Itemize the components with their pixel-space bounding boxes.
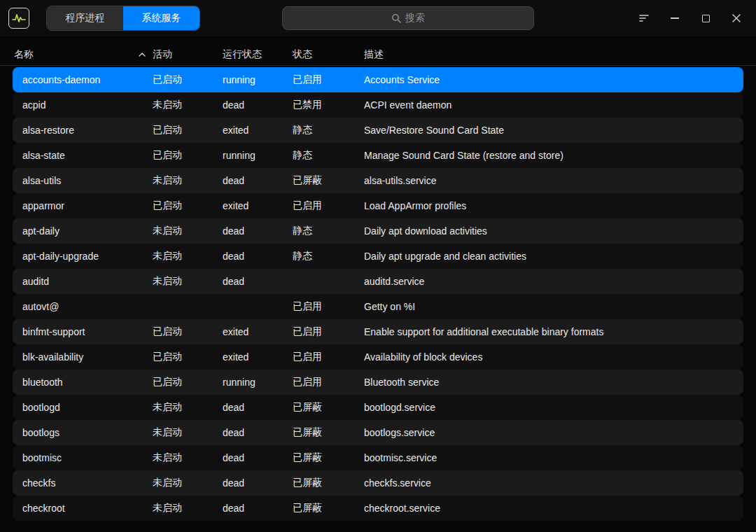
service-description-cell: Availability of block devices [364,351,743,363]
table-row[interactable]: bluetooth 已启动 running 已启用 Bluetooth serv… [13,370,743,395]
service-runstate-cell: running [223,150,293,161]
search-input[interactable]: 搜索 [282,6,534,30]
table-row[interactable]: checkroot 未启动 dead 已屏蔽 checkroot.service [13,496,743,521]
service-state-cell: 静态 [293,149,364,162]
service-state-cell: 静态 [293,124,364,136]
service-active-cell: 已启动 [153,124,223,136]
column-header-name[interactable]: 名称 [14,48,153,61]
table-row[interactable]: alsa-restore 已启动 exited 静态 Save/Restore … [13,118,743,143]
service-state-cell: 静态 [293,250,364,262]
service-active-cell: 未启动 [153,502,223,514]
column-header-runstate[interactable]: 运行状态 [223,48,293,61]
service-state-cell: 已屏蔽 [293,502,364,514]
service-active-cell: 已启动 [153,149,223,162]
table-row[interactable]: alsa-state 已启动 running 静态 Manage Sound C… [13,143,743,168]
service-name-cell: checkfs [22,477,153,489]
service-description-cell: bootlogd.service [364,402,743,413]
service-active-cell: 未启动 [153,99,223,111]
service-state-cell: 已启用 [293,74,364,86]
table-row[interactable]: alsa-utils 未启动 dead 已屏蔽 alsa-utils.servi… [13,168,743,193]
service-description-cell: Daily apt download activities [364,225,743,237]
minimize-icon [671,18,679,19]
table-body: accounts-daemon 已启动 running 已启用 Accounts… [0,66,756,521]
service-description-cell: Bluetooth service [364,377,743,388]
service-runstate-cell: exited [223,351,293,363]
service-state-cell: 已屏蔽 [293,174,364,187]
service-active-cell: 未启动 [153,250,223,262]
service-state-cell: 已屏蔽 [293,451,364,464]
column-header-active[interactable]: 活动 [153,48,223,61]
service-name-cell: apt-daily [22,225,153,237]
service-active-cell: 未启动 [153,225,223,237]
column-header-state[interactable]: 状态 [293,48,364,61]
service-runstate-cell: exited [223,200,293,211]
service-active-cell: 已启动 [153,74,223,86]
waveform-icon [12,13,26,24]
window-controls [629,6,752,30]
service-name-cell: bootlogs [22,427,153,438]
service-active-cell: 未启动 [153,174,223,187]
service-active-cell: 已启动 [153,376,223,388]
tab-services[interactable]: 系统服务 [123,6,200,30]
table-row[interactable]: autovt@ 已启用 Getty on %I [13,294,743,319]
service-runstate-cell: dead [223,503,293,514]
service-description-cell: checkroot.service [364,503,743,514]
table-row[interactable]: apt-daily-upgrade 未启动 dead 静态 Daily apt … [13,244,743,269]
table-row[interactable]: apparmor 已启动 exited 已启用 Load AppArmor pr… [13,193,743,218]
service-active-cell: 未启动 [153,275,223,288]
service-name-cell: blk-availability [22,351,153,363]
search-placeholder: 搜索 [405,12,425,24]
table-row[interactable]: bootlogs 未启动 dead 已屏蔽 bootlogs.service [13,420,743,445]
view-switcher: 程序进程 系统服务 [46,6,200,31]
table-row[interactable]: binfmt-support 已启动 exited 已启用 Enable sup… [13,319,743,344]
service-state-cell: 已启用 [293,326,364,338]
service-name-cell: apt-daily-upgrade [22,251,153,262]
service-active-cell: 未启动 [153,451,223,464]
app-icon [8,8,29,29]
service-description-cell: Daily apt upgrade and clean activities [364,251,743,262]
table-row[interactable]: checkfs 未启动 dead 已屏蔽 checkfs.service [13,470,743,496]
service-description-cell: Load AppArmor profiles [364,200,743,211]
service-runstate-cell: dead [223,225,293,237]
service-name-cell: bootmisc [22,452,153,463]
column-header-description[interactable]: 描述 [364,48,756,61]
service-runstate-cell: dead [223,175,293,186]
table-row[interactable]: acpid 未启动 dead 已禁用 ACPI event daemon [13,92,743,118]
search-icon [391,13,401,23]
table-header: 名称 活动 运行状态 状态 描述 [0,43,756,66]
table-row[interactable]: bootmisc 未启动 dead 已屏蔽 bootmisc.service [13,445,743,470]
service-description-cell: bootlogs.service [364,427,743,438]
minimize-button[interactable] [659,6,690,30]
service-state-cell: 已启用 [293,300,364,313]
service-runstate-cell: exited [223,326,293,337]
service-description-cell: checkfs.service [364,477,743,489]
service-runstate-cell: dead [223,477,293,489]
service-runstate-cell: dead [223,427,293,438]
service-name-cell: apparmor [22,200,153,211]
service-runstate-cell: dead [223,99,293,111]
table-row[interactable]: apt-daily 未启动 dead 静态 Daily apt download… [13,218,743,244]
table-row[interactable]: blk-availability 已启动 exited 已启用 Availabi… [13,344,743,370]
maximize-button[interactable] [690,6,721,30]
tab-processes[interactable]: 程序进程 [47,6,123,30]
service-state-cell: 已屏蔽 [293,477,364,489]
service-active-cell: 已启动 [153,200,223,212]
service-runstate-cell: dead [223,452,293,463]
service-description-cell: Getty on %I [364,301,743,312]
service-active-cell: 未启动 [153,477,223,489]
service-active-cell: 未启动 [153,426,223,439]
close-icon [732,14,741,22]
service-description-cell: Save/Restore Sound Card State [364,125,743,136]
service-name-cell: bootlogd [22,402,153,413]
service-name-cell: bluetooth [22,377,153,388]
table-row[interactable]: accounts-daemon 已启动 running 已启用 Accounts… [13,67,743,92]
table-row[interactable]: bootlogd 未启动 dead 已屏蔽 bootlogd.service [13,395,743,420]
service-description-cell: auditd.service [364,276,743,287]
menu-icon [639,14,649,22]
table-row[interactable]: auditd 未启动 dead auditd.service [13,269,743,294]
close-button[interactable] [721,6,752,30]
service-runstate-cell: running [223,377,293,388]
menu-button[interactable] [629,6,659,30]
service-description-cell: alsa-utils.service [364,175,743,186]
titlebar: 程序进程 系统服务 搜索 [0,0,756,36]
